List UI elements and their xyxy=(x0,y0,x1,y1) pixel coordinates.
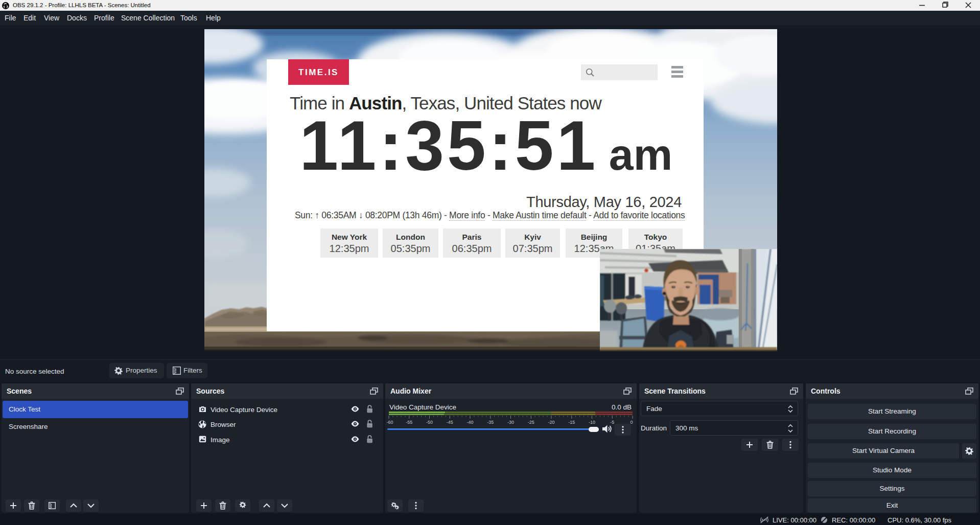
svg-text:-10: -10 xyxy=(589,420,595,425)
svg-text:-15: -15 xyxy=(568,420,575,425)
svg-text:-40: -40 xyxy=(466,420,473,425)
svg-text:-50: -50 xyxy=(426,420,433,425)
svg-text:-25: -25 xyxy=(528,420,534,425)
svg-text:-35: -35 xyxy=(487,420,494,425)
svg-text:-60: -60 xyxy=(386,420,393,425)
svg-text:-55: -55 xyxy=(406,420,412,425)
svg-text:-30: -30 xyxy=(507,420,514,425)
svg-text:-20: -20 xyxy=(548,420,554,425)
svg-text:-45: -45 xyxy=(447,420,453,425)
